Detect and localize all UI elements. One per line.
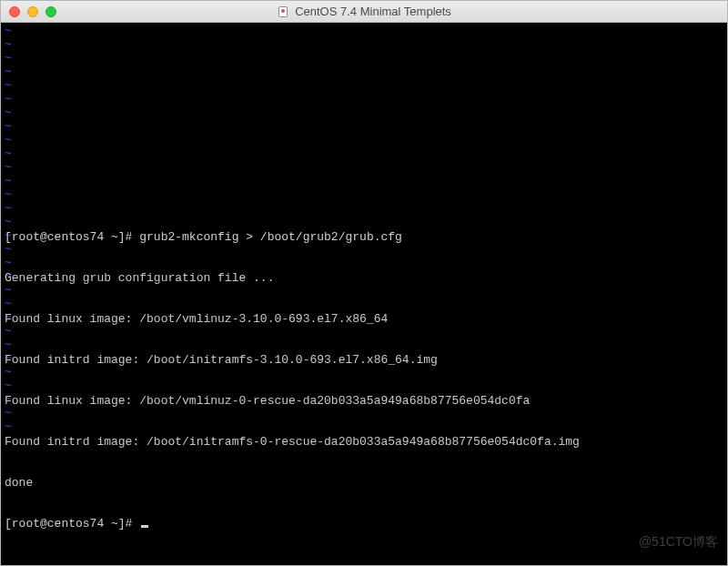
tilde-marker: ~ — [5, 66, 12, 79]
window-title: CentOS 7.4 Minimal Templets — [295, 5, 451, 18]
tilde-marker: ~ — [5, 38, 12, 52]
document-icon — [277, 5, 289, 18]
tilde-marker: ~ — [5, 161, 12, 175]
shell-prompt: [root@centos74 ~]# — [5, 230, 139, 244]
tilde-marker: ~ — [5, 79, 12, 93]
minimize-icon[interactable] — [27, 6, 38, 17]
maximize-icon[interactable] — [46, 6, 56, 17]
shell-prompt: [root@centos74 ~]# — [5, 517, 139, 531]
tilde-marker: ~ — [5, 25, 12, 38]
shell-prompt-line: [root@centos74 ~]# — [5, 517, 723, 531]
window-controls — [1, 6, 56, 17]
output-line: Found initrd image: /boot/initramfs-0-re… — [5, 435, 723, 449]
output-line: Generating grub configuration file ... — [5, 271, 723, 285]
terminal-output-block: [root@centos74 ~]# grub2-mkconfig > /boo… — [5, 203, 723, 558]
window-title-area: CentOS 7.4 Minimal Templets — [1, 5, 727, 18]
output-line: Found linux image: /boot/vmlinuz-3.10.0-… — [5, 312, 723, 326]
terminal[interactable]: ~~~~~~~~~~~~~~~~~~~~~~~~~~~~~~ [root@cen… — [1, 23, 727, 565]
app-window: CentOS 7.4 Minimal Templets ~~~~~~~~~~~~… — [0, 0, 728, 566]
shell-command: grub2-mkconfig > /boot/grub2/grub.cfg — [139, 230, 402, 244]
tilde-marker: ~ — [5, 188, 12, 202]
svg-point-1 — [281, 9, 285, 13]
tilde-marker: ~ — [5, 175, 12, 188]
shell-prompt-line: [root@centos74 ~]# grub2-mkconfig > /boo… — [5, 230, 723, 244]
tilde-marker: ~ — [5, 52, 12, 66]
cursor-icon — [141, 525, 148, 528]
output-line: done — [5, 476, 723, 490]
output-line: Found initrd image: /boot/initramfs-3.10… — [5, 353, 723, 367]
tilde-marker: ~ — [5, 134, 12, 147]
close-icon[interactable] — [9, 6, 20, 17]
output-line: Found linux image: /boot/vmlinuz-0-rescu… — [5, 394, 723, 408]
tilde-marker: ~ — [5, 106, 12, 120]
tilde-marker: ~ — [5, 120, 12, 134]
tilde-marker: ~ — [5, 93, 12, 106]
titlebar[interactable]: CentOS 7.4 Minimal Templets — [1, 1, 727, 23]
tilde-marker: ~ — [5, 147, 12, 161]
